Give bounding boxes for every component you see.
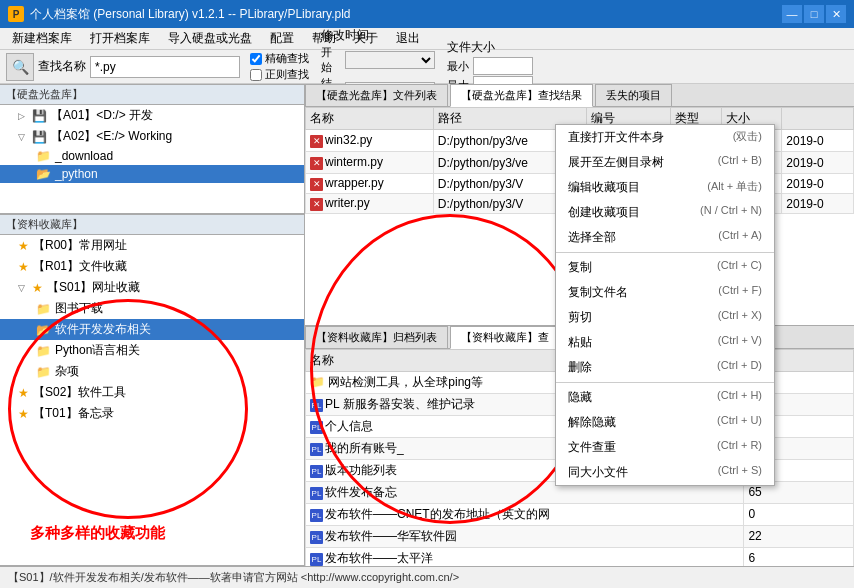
folder-icon-python-lang: 📁 bbox=[36, 344, 51, 358]
tab-lost-items[interactable]: 丢失的项目 bbox=[595, 84, 672, 106]
col-date[interactable] bbox=[782, 108, 854, 130]
resource-header: 【资料收藏库】 bbox=[0, 214, 304, 235]
resource-label-r00: 【R00】常用网址 bbox=[33, 237, 127, 254]
exact-search-checkbox[interactable] bbox=[250, 53, 262, 65]
app-icon: P bbox=[8, 6, 24, 22]
ctx-expand-tree[interactable]: 展开至左侧目录树 (Ctrl + B) bbox=[556, 150, 774, 175]
ctx-unhide[interactable]: 解除隐藏 (Ctrl + U) bbox=[556, 410, 774, 435]
resource-s02[interactable]: ★ 【S02】软件工具 bbox=[0, 382, 304, 403]
ctx-dedup[interactable]: 文件查重 (Ctrl + R) bbox=[556, 435, 774, 460]
disk-section: 【硬盘光盘库】 ▷ 💾 【A01】<D:/> 开发 ▽ 💾 【A02】<E:/>… bbox=[0, 84, 304, 214]
folder-icon-python: 📂 bbox=[36, 167, 51, 181]
folder-python-lang[interactable]: 📁 Python语言相关 bbox=[0, 340, 304, 361]
folder-download[interactable]: 📁 _download bbox=[0, 147, 304, 165]
ctx-same-size[interactable]: 同大小文件 (Ctrl + S) bbox=[556, 460, 774, 485]
folder-icon-misc: 📁 bbox=[36, 365, 51, 379]
resource-label-s02: 【S02】软件工具 bbox=[33, 384, 126, 401]
expand-s01: ▽ bbox=[18, 283, 28, 293]
main-area: 【硬盘光盘库】 ▷ 💾 【A01】<D:/> 开发 ▽ 💾 【A02】<E:/>… bbox=[0, 84, 854, 566]
checkbox-group: 精确查找 正则查找 bbox=[250, 51, 309, 82]
min-size-input[interactable] bbox=[473, 57, 533, 75]
expand-icon-a02: ▽ bbox=[18, 132, 28, 142]
folder-icon-download: 📁 bbox=[36, 149, 51, 163]
folder-software-dev[interactable]: 📂 软件开发发布相关 bbox=[0, 319, 304, 340]
star-icon-s01: ★ bbox=[32, 281, 43, 295]
star-icon-r01: ★ bbox=[18, 260, 29, 274]
status-bar: 【S01】/软件开发发布相关/发布软件——软著申请官方网站 <http://ww… bbox=[0, 566, 854, 588]
title-bar-left: P 个人档案馆 (Personal Library) v1.2.1 -- PLi… bbox=[8, 6, 351, 23]
min-label: 最小 bbox=[447, 59, 469, 74]
ctx-edit-favorite[interactable]: 编辑收藏项目 (Alt + 单击) bbox=[556, 175, 774, 200]
regex-search-checkbox[interactable] bbox=[250, 69, 262, 81]
resource-label-s01: 【S01】网址收藏 bbox=[47, 279, 140, 296]
start-date-select[interactable] bbox=[345, 51, 435, 69]
table-row[interactable]: PL发布软件——CNET的发布地址（英文的网 0 bbox=[306, 503, 854, 525]
col-name[interactable]: 名称 bbox=[306, 108, 434, 130]
search-input[interactable] bbox=[90, 56, 240, 78]
menu-config[interactable]: 配置 bbox=[262, 28, 302, 49]
ctx-select-all[interactable]: 选择全部 (Ctrl + A) bbox=[556, 225, 774, 250]
modify-time-label: 修改时间 bbox=[321, 27, 435, 44]
folder-label-misc: 杂项 bbox=[55, 363, 79, 380]
filesize-label: 文件大小 bbox=[447, 39, 533, 56]
tab-resource-archive[interactable]: 【资料收藏库】归档列表 bbox=[305, 326, 448, 348]
disk-item-a01[interactable]: ▷ 💾 【A01】<D:/> 开发 bbox=[0, 105, 304, 126]
search-icon: 🔍 bbox=[6, 53, 34, 81]
ctx-open-file[interactable]: 直接打开文件本身 (双击) bbox=[556, 125, 774, 150]
search-label: 查找名称 bbox=[38, 58, 86, 75]
maximize-button[interactable]: □ bbox=[804, 5, 824, 23]
close-button[interactable]: ✕ bbox=[826, 5, 846, 23]
ctx-copy-filename[interactable]: 复制文件名 (Ctrl + F) bbox=[556, 280, 774, 305]
folder-label-software-dev: 软件开发发布相关 bbox=[55, 321, 151, 338]
regex-search-label[interactable]: 正则查找 bbox=[250, 67, 309, 82]
tab-resource-search[interactable]: 【资料收藏库】查 bbox=[450, 326, 560, 349]
resource-label-r01: 【R01】文件收藏 bbox=[33, 258, 127, 275]
menu-new-library[interactable]: 新建档案库 bbox=[4, 28, 80, 49]
resource-r01[interactable]: ★ 【R01】文件收藏 bbox=[0, 256, 304, 277]
table-row[interactable]: PL发布软件——华军软件园 22 bbox=[306, 525, 854, 547]
context-menu: 直接打开文件本身 (双击) 展开至左侧目录树 (Ctrl + B) 编辑收藏项目… bbox=[555, 124, 775, 486]
expand-icon: ▷ bbox=[18, 111, 28, 121]
tab-disk-search-result[interactable]: 【硬盘光盘库】查找结果 bbox=[450, 84, 593, 107]
status-text: 【S01】/软件开发发布相关/发布软件——软著申请官方网站 <http://ww… bbox=[8, 570, 459, 585]
resource-s01[interactable]: ▽ ★ 【S01】网址收藏 bbox=[0, 277, 304, 298]
folder-icon-software-dev: 📂 bbox=[36, 323, 51, 337]
start-date-row: 开始 bbox=[321, 45, 435, 75]
menu-open-library[interactable]: 打开档案库 bbox=[82, 28, 158, 49]
exact-search-label[interactable]: 精确查找 bbox=[250, 51, 309, 66]
search-section: 🔍 查找名称 bbox=[6, 53, 240, 81]
title-controls: — □ ✕ bbox=[782, 5, 846, 23]
ctx-create-favorite[interactable]: 创建收藏项目 (N / Ctrl + N) bbox=[556, 200, 774, 225]
ctx-cut[interactable]: 剪切 (Ctrl + X) bbox=[556, 305, 774, 330]
app-title: 个人档案馆 (Personal Library) v1.2.1 -- PLibr… bbox=[30, 6, 351, 23]
ctx-separator-2 bbox=[556, 382, 774, 383]
menu-import-disk[interactable]: 导入硬盘或光盘 bbox=[160, 28, 260, 49]
ctx-delete[interactable]: 删除 (Ctrl + D) bbox=[556, 355, 774, 380]
folder-bookdownload[interactable]: 📁 图书下载 bbox=[0, 298, 304, 319]
star-icon-t01: ★ bbox=[18, 407, 29, 421]
ctx-hide[interactable]: 隐藏 (Ctrl + H) bbox=[556, 385, 774, 410]
top-tab-bar: 【硬盘光盘库】文件列表 【硬盘光盘库】查找结果 丢失的项目 bbox=[305, 84, 854, 107]
folder-icon-bookdownload: 📁 bbox=[36, 302, 51, 316]
disk-icon-a02: 💾 bbox=[32, 130, 47, 144]
disk-item-a02[interactable]: ▽ 💾 【A02】<E:/> Working bbox=[0, 126, 304, 147]
tab-disk-filelist[interactable]: 【硬盘光盘库】文件列表 bbox=[305, 84, 448, 106]
resource-tree[interactable]: ★ 【R00】常用网址 ★ 【R01】文件收藏 ▽ ★ 【S01】网址收藏 📁 … bbox=[0, 235, 304, 565]
folder-python[interactable]: 📂 _python bbox=[0, 165, 304, 183]
star-icon-s02: ★ bbox=[18, 386, 29, 400]
folder-label-download: _download bbox=[55, 149, 113, 163]
resource-label-t01: 【T01】备忘录 bbox=[33, 405, 114, 422]
table-row[interactable]: PL发布软件——太平洋 6 bbox=[306, 547, 854, 566]
folder-misc[interactable]: 📁 杂项 bbox=[0, 361, 304, 382]
resource-t01[interactable]: ★ 【T01】备忘录 bbox=[0, 403, 304, 424]
star-icon-r00: ★ bbox=[18, 239, 29, 253]
disk-label-a02: 【A02】<E:/> Working bbox=[51, 128, 172, 145]
disk-tree[interactable]: ▷ 💾 【A01】<D:/> 开发 ▽ 💾 【A02】<E:/> Working… bbox=[0, 105, 304, 213]
ctx-copy[interactable]: 复制 (Ctrl + C) bbox=[556, 255, 774, 280]
title-bar: P 个人档案馆 (Personal Library) v1.2.1 -- PLi… bbox=[0, 0, 854, 28]
minimize-button[interactable]: — bbox=[782, 5, 802, 23]
resource-r00[interactable]: ★ 【R00】常用网址 bbox=[0, 235, 304, 256]
folder-label-bookdownload: 图书下载 bbox=[55, 300, 103, 317]
ctx-paste[interactable]: 粘贴 (Ctrl + V) bbox=[556, 330, 774, 355]
ctx-separator-1 bbox=[556, 252, 774, 253]
